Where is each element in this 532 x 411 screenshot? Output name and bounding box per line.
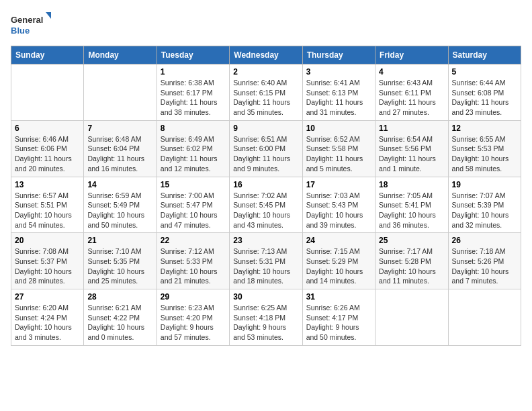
calendar-cell: 23Sunrise: 7:13 AM Sunset: 5:31 PM Dayli…	[230, 233, 302, 289]
day-number: 11	[379, 124, 444, 133]
day-info: Sunrise: 7:10 AM Sunset: 5:35 PM Dayligh…	[87, 246, 152, 286]
day-info: Sunrise: 6:49 AM Sunset: 6:02 PM Dayligh…	[161, 134, 226, 174]
day-number: 17	[306, 180, 371, 189]
day-info: Sunrise: 6:41 AM Sunset: 6:13 PM Dayligh…	[306, 78, 371, 118]
day-info: Sunrise: 7:07 AM Sunset: 5:39 PM Dayligh…	[452, 191, 517, 230]
calendar-cell: 26Sunrise: 7:18 AM Sunset: 5:26 PM Dayli…	[448, 233, 521, 289]
day-number: 6	[15, 124, 80, 133]
day-number: 7	[87, 124, 152, 133]
day-info: Sunrise: 7:17 AM Sunset: 5:28 PM Dayligh…	[379, 246, 444, 286]
day-info: Sunrise: 6:57 AM Sunset: 5:51 PM Dayligh…	[15, 191, 80, 230]
calendar-week-row: 6Sunrise: 6:46 AM Sunset: 6:06 PM Daylig…	[11, 120, 521, 177]
day-info: Sunrise: 6:48 AM Sunset: 6:04 PM Dayligh…	[87, 134, 152, 174]
logo: General Blue	[11, 11, 51, 38]
weekday-header-tuesday: Tuesday	[157, 46, 229, 64]
calendar-cell	[11, 64, 84, 121]
calendar-cell: 30Sunrise: 6:25 AM Sunset: 4:18 PM Dayli…	[230, 289, 302, 346]
day-info: Sunrise: 6:46 AM Sunset: 6:06 PM Dayligh…	[15, 134, 80, 174]
day-number: 20	[15, 236, 80, 245]
calendar-cell: 19Sunrise: 7:07 AM Sunset: 5:39 PM Dayli…	[448, 177, 521, 233]
calendar-cell: 24Sunrise: 7:15 AM Sunset: 5:29 PM Dayli…	[302, 233, 375, 289]
day-number: 21	[87, 236, 152, 245]
weekday-header-friday: Friday	[375, 46, 448, 64]
day-number: 4	[379, 67, 444, 77]
day-info: Sunrise: 7:13 AM Sunset: 5:31 PM Dayligh…	[233, 246, 298, 286]
day-number: 14	[87, 180, 152, 189]
calendar-cell: 8Sunrise: 6:49 AM Sunset: 6:02 PM Daylig…	[157, 120, 229, 177]
day-number: 26	[452, 236, 517, 245]
day-number: 1	[161, 67, 226, 77]
day-info: Sunrise: 6:25 AM Sunset: 4:18 PM Dayligh…	[233, 303, 298, 342]
calendar-cell: 13Sunrise: 6:57 AM Sunset: 5:51 PM Dayli…	[11, 177, 84, 233]
calendar-cell: 20Sunrise: 7:08 AM Sunset: 5:37 PM Dayli…	[11, 233, 84, 289]
calendar-cell: 7Sunrise: 6:48 AM Sunset: 6:04 PM Daylig…	[84, 120, 157, 177]
day-info: Sunrise: 6:20 AM Sunset: 4:24 PM Dayligh…	[15, 303, 80, 342]
day-info: Sunrise: 6:52 AM Sunset: 5:58 PM Dayligh…	[306, 134, 371, 174]
weekday-header-wednesday: Wednesday	[230, 46, 302, 64]
day-info: Sunrise: 6:21 AM Sunset: 4:22 PM Dayligh…	[87, 303, 152, 342]
day-number: 12	[452, 124, 517, 133]
day-number: 19	[452, 180, 517, 189]
weekday-header-monday: Monday	[84, 46, 157, 64]
day-number: 5	[452, 67, 517, 77]
weekday-header-sunday: Sunday	[11, 46, 84, 64]
calendar-table: SundayMondayTuesdayWednesdayThursdayFrid…	[11, 46, 521, 346]
day-number: 30	[233, 292, 298, 302]
day-number: 23	[233, 236, 298, 245]
day-info: Sunrise: 6:59 AM Sunset: 5:49 PM Dayligh…	[87, 191, 152, 230]
calendar-week-row: 13Sunrise: 6:57 AM Sunset: 5:51 PM Dayli…	[11, 177, 521, 233]
calendar-cell: 31Sunrise: 6:26 AM Sunset: 4:17 PM Dayli…	[302, 289, 375, 346]
calendar-cell: 27Sunrise: 6:20 AM Sunset: 4:24 PM Dayli…	[11, 289, 84, 346]
calendar-cell: 22Sunrise: 7:12 AM Sunset: 5:33 PM Dayli…	[157, 233, 229, 289]
day-info: Sunrise: 7:02 AM Sunset: 5:45 PM Dayligh…	[233, 191, 298, 230]
day-number: 28	[87, 292, 152, 302]
day-number: 3	[306, 67, 371, 77]
calendar-cell: 16Sunrise: 7:02 AM Sunset: 5:45 PM Dayli…	[230, 177, 302, 233]
calendar-cell: 17Sunrise: 7:03 AM Sunset: 5:43 PM Dayli…	[302, 177, 375, 233]
day-number: 8	[161, 124, 226, 133]
calendar-cell	[84, 64, 157, 121]
calendar-cell: 5Sunrise: 6:44 AM Sunset: 6:08 PM Daylig…	[448, 64, 521, 121]
calendar-cell: 25Sunrise: 7:17 AM Sunset: 5:28 PM Dayli…	[375, 233, 448, 289]
day-number: 2	[233, 67, 298, 77]
svg-text:General: General	[11, 15, 43, 25]
calendar-cell: 9Sunrise: 6:51 AM Sunset: 6:00 PM Daylig…	[230, 120, 302, 177]
calendar-cell: 28Sunrise: 6:21 AM Sunset: 4:22 PM Dayli…	[84, 289, 157, 346]
day-info: Sunrise: 6:44 AM Sunset: 6:08 PM Dayligh…	[452, 78, 517, 118]
calendar-cell: 2Sunrise: 6:40 AM Sunset: 6:15 PM Daylig…	[230, 64, 302, 121]
day-number: 10	[306, 124, 371, 133]
calendar-cell	[448, 289, 521, 346]
day-number: 16	[233, 180, 298, 189]
svg-marker-1	[46, 12, 51, 19]
calendar-cell: 15Sunrise: 7:00 AM Sunset: 5:47 PM Dayli…	[157, 177, 229, 233]
day-info: Sunrise: 7:12 AM Sunset: 5:33 PM Dayligh…	[161, 246, 226, 286]
day-info: Sunrise: 6:40 AM Sunset: 6:15 PM Dayligh…	[233, 78, 298, 118]
calendar-cell: 1Sunrise: 6:38 AM Sunset: 6:17 PM Daylig…	[157, 64, 229, 121]
calendar-cell: 4Sunrise: 6:43 AM Sunset: 6:11 PM Daylig…	[375, 64, 448, 121]
day-info: Sunrise: 7:05 AM Sunset: 5:41 PM Dayligh…	[379, 191, 444, 230]
svg-text:Blue: Blue	[11, 26, 30, 36]
calendar-cell: 18Sunrise: 7:05 AM Sunset: 5:41 PM Dayli…	[375, 177, 448, 233]
day-info: Sunrise: 7:15 AM Sunset: 5:29 PM Dayligh…	[306, 246, 371, 286]
calendar-cell	[375, 289, 448, 346]
calendar-cell: 21Sunrise: 7:10 AM Sunset: 5:35 PM Dayli…	[84, 233, 157, 289]
day-number: 24	[306, 236, 371, 245]
day-number: 29	[161, 292, 226, 302]
day-number: 18	[379, 180, 444, 189]
day-info: Sunrise: 7:03 AM Sunset: 5:43 PM Dayligh…	[306, 191, 371, 230]
day-info: Sunrise: 6:51 AM Sunset: 6:00 PM Dayligh…	[233, 134, 298, 174]
day-number: 31	[306, 292, 371, 302]
calendar-cell: 11Sunrise: 6:54 AM Sunset: 5:56 PM Dayli…	[375, 120, 448, 177]
day-info: Sunrise: 6:23 AM Sunset: 4:20 PM Dayligh…	[161, 303, 226, 342]
calendar-cell: 14Sunrise: 6:59 AM Sunset: 5:49 PM Dayli…	[84, 177, 157, 233]
day-info: Sunrise: 7:08 AM Sunset: 5:37 PM Dayligh…	[15, 246, 80, 286]
calendar-cell: 3Sunrise: 6:41 AM Sunset: 6:13 PM Daylig…	[302, 64, 375, 121]
weekday-header-row: SundayMondayTuesdayWednesdayThursdayFrid…	[11, 46, 521, 64]
day-number: 9	[233, 124, 298, 133]
calendar-cell: 12Sunrise: 6:55 AM Sunset: 5:53 PM Dayli…	[448, 120, 521, 177]
calendar-cell: 29Sunrise: 6:23 AM Sunset: 4:20 PM Dayli…	[157, 289, 229, 346]
day-info: Sunrise: 6:26 AM Sunset: 4:17 PM Dayligh…	[306, 303, 371, 342]
day-number: 25	[379, 236, 444, 245]
calendar-cell: 10Sunrise: 6:52 AM Sunset: 5:58 PM Dayli…	[302, 120, 375, 177]
calendar-week-row: 20Sunrise: 7:08 AM Sunset: 5:37 PM Dayli…	[11, 233, 521, 289]
